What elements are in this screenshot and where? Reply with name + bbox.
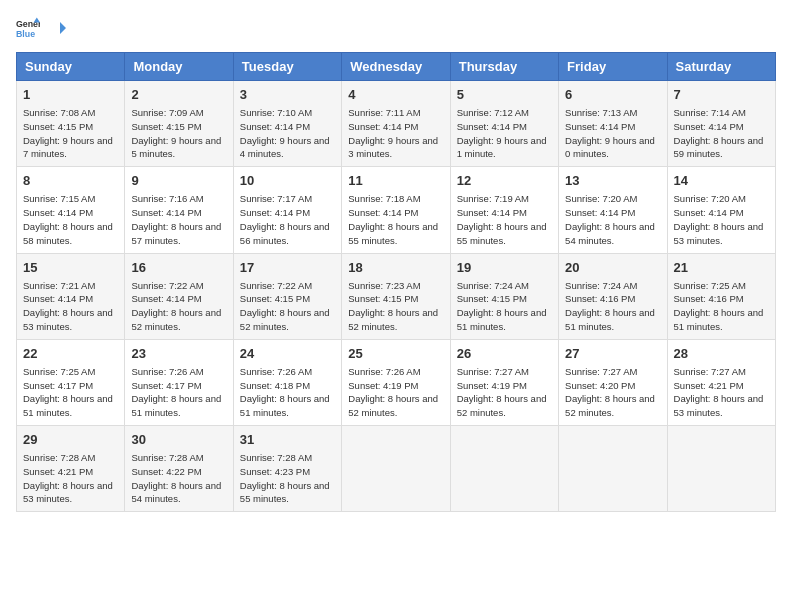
calendar-cell: 28Sunrise: 7:27 AMSunset: 4:21 PMDayligh… xyxy=(667,339,775,425)
day-info: Sunrise: 7:25 AMSunset: 4:16 PMDaylight:… xyxy=(674,279,769,334)
day-number: 5 xyxy=(457,86,552,104)
week-row-3: 15Sunrise: 7:21 AMSunset: 4:14 PMDayligh… xyxy=(17,253,776,339)
calendar-cell: 17Sunrise: 7:22 AMSunset: 4:15 PMDayligh… xyxy=(233,253,341,339)
day-number: 1 xyxy=(23,86,118,104)
day-info: Sunrise: 7:11 AMSunset: 4:14 PMDaylight:… xyxy=(348,106,443,161)
day-info: Sunrise: 7:10 AMSunset: 4:14 PMDaylight:… xyxy=(240,106,335,161)
day-number: 20 xyxy=(565,259,660,277)
calendar-cell: 29Sunrise: 7:28 AMSunset: 4:21 PMDayligh… xyxy=(17,426,125,512)
svg-text:Blue: Blue xyxy=(16,29,35,39)
calendar-cell: 19Sunrise: 7:24 AMSunset: 4:15 PMDayligh… xyxy=(450,253,558,339)
calendar-cell: 27Sunrise: 7:27 AMSunset: 4:20 PMDayligh… xyxy=(559,339,667,425)
day-info: Sunrise: 7:14 AMSunset: 4:14 PMDaylight:… xyxy=(674,106,769,161)
day-info: Sunrise: 7:23 AMSunset: 4:15 PMDaylight:… xyxy=(348,279,443,334)
day-number: 11 xyxy=(348,172,443,190)
calendar-cell: 15Sunrise: 7:21 AMSunset: 4:14 PMDayligh… xyxy=(17,253,125,339)
day-info: Sunrise: 7:09 AMSunset: 4:15 PMDaylight:… xyxy=(131,106,226,161)
calendar-cell: 1Sunrise: 7:08 AMSunset: 4:15 PMDaylight… xyxy=(17,81,125,167)
column-header-tuesday: Tuesday xyxy=(233,53,341,81)
day-info: Sunrise: 7:28 AMSunset: 4:22 PMDaylight:… xyxy=(131,451,226,506)
calendar-cell: 30Sunrise: 7:28 AMSunset: 4:22 PMDayligh… xyxy=(125,426,233,512)
header: General Blue xyxy=(16,16,776,40)
day-number: 23 xyxy=(131,345,226,363)
day-number: 17 xyxy=(240,259,335,277)
day-number: 22 xyxy=(23,345,118,363)
calendar-cell xyxy=(450,426,558,512)
day-number: 7 xyxy=(674,86,769,104)
calendar-cell: 22Sunrise: 7:25 AMSunset: 4:17 PMDayligh… xyxy=(17,339,125,425)
column-header-saturday: Saturday xyxy=(667,53,775,81)
day-number: 27 xyxy=(565,345,660,363)
day-info: Sunrise: 7:27 AMSunset: 4:20 PMDaylight:… xyxy=(565,365,660,420)
column-header-friday: Friday xyxy=(559,53,667,81)
calendar-cell xyxy=(667,426,775,512)
day-info: Sunrise: 7:12 AMSunset: 4:14 PMDaylight:… xyxy=(457,106,552,161)
day-info: Sunrise: 7:13 AMSunset: 4:14 PMDaylight:… xyxy=(565,106,660,161)
logo-arrow-icon xyxy=(46,18,66,38)
day-number: 30 xyxy=(131,431,226,449)
column-header-wednesday: Wednesday xyxy=(342,53,450,81)
column-header-monday: Monday xyxy=(125,53,233,81)
day-info: Sunrise: 7:15 AMSunset: 4:14 PMDaylight:… xyxy=(23,192,118,247)
day-info: Sunrise: 7:24 AMSunset: 4:16 PMDaylight:… xyxy=(565,279,660,334)
day-info: Sunrise: 7:28 AMSunset: 4:21 PMDaylight:… xyxy=(23,451,118,506)
calendar-cell: 18Sunrise: 7:23 AMSunset: 4:15 PMDayligh… xyxy=(342,253,450,339)
week-row-2: 8Sunrise: 7:15 AMSunset: 4:14 PMDaylight… xyxy=(17,167,776,253)
day-info: Sunrise: 7:28 AMSunset: 4:23 PMDaylight:… xyxy=(240,451,335,506)
calendar-cell: 16Sunrise: 7:22 AMSunset: 4:14 PMDayligh… xyxy=(125,253,233,339)
calendar-cell: 21Sunrise: 7:25 AMSunset: 4:16 PMDayligh… xyxy=(667,253,775,339)
day-info: Sunrise: 7:20 AMSunset: 4:14 PMDaylight:… xyxy=(674,192,769,247)
day-number: 31 xyxy=(240,431,335,449)
calendar-cell: 4Sunrise: 7:11 AMSunset: 4:14 PMDaylight… xyxy=(342,81,450,167)
day-info: Sunrise: 7:27 AMSunset: 4:19 PMDaylight:… xyxy=(457,365,552,420)
day-number: 8 xyxy=(23,172,118,190)
day-number: 4 xyxy=(348,86,443,104)
calendar-cell: 26Sunrise: 7:27 AMSunset: 4:19 PMDayligh… xyxy=(450,339,558,425)
calendar-cell: 31Sunrise: 7:28 AMSunset: 4:23 PMDayligh… xyxy=(233,426,341,512)
day-info: Sunrise: 7:22 AMSunset: 4:14 PMDaylight:… xyxy=(131,279,226,334)
calendar-cell xyxy=(342,426,450,512)
day-number: 26 xyxy=(457,345,552,363)
day-number: 18 xyxy=(348,259,443,277)
logo: General Blue xyxy=(16,16,66,40)
header-row: SundayMondayTuesdayWednesdayThursdayFrid… xyxy=(17,53,776,81)
calendar-cell: 24Sunrise: 7:26 AMSunset: 4:18 PMDayligh… xyxy=(233,339,341,425)
calendar-cell: 25Sunrise: 7:26 AMSunset: 4:19 PMDayligh… xyxy=(342,339,450,425)
calendar-cell: 12Sunrise: 7:19 AMSunset: 4:14 PMDayligh… xyxy=(450,167,558,253)
day-number: 28 xyxy=(674,345,769,363)
day-info: Sunrise: 7:25 AMSunset: 4:17 PMDaylight:… xyxy=(23,365,118,420)
week-row-5: 29Sunrise: 7:28 AMSunset: 4:21 PMDayligh… xyxy=(17,426,776,512)
day-info: Sunrise: 7:18 AMSunset: 4:14 PMDaylight:… xyxy=(348,192,443,247)
day-number: 13 xyxy=(565,172,660,190)
day-info: Sunrise: 7:24 AMSunset: 4:15 PMDaylight:… xyxy=(457,279,552,334)
day-number: 24 xyxy=(240,345,335,363)
day-number: 19 xyxy=(457,259,552,277)
day-info: Sunrise: 7:26 AMSunset: 4:19 PMDaylight:… xyxy=(348,365,443,420)
calendar-table: SundayMondayTuesdayWednesdayThursdayFrid… xyxy=(16,52,776,512)
day-number: 21 xyxy=(674,259,769,277)
day-number: 14 xyxy=(674,172,769,190)
calendar-cell: 20Sunrise: 7:24 AMSunset: 4:16 PMDayligh… xyxy=(559,253,667,339)
day-number: 6 xyxy=(565,86,660,104)
day-number: 29 xyxy=(23,431,118,449)
calendar-cell: 10Sunrise: 7:17 AMSunset: 4:14 PMDayligh… xyxy=(233,167,341,253)
svg-marker-3 xyxy=(50,22,66,34)
day-info: Sunrise: 7:19 AMSunset: 4:14 PMDaylight:… xyxy=(457,192,552,247)
calendar-cell: 13Sunrise: 7:20 AMSunset: 4:14 PMDayligh… xyxy=(559,167,667,253)
calendar-cell: 5Sunrise: 7:12 AMSunset: 4:14 PMDaylight… xyxy=(450,81,558,167)
week-row-4: 22Sunrise: 7:25 AMSunset: 4:17 PMDayligh… xyxy=(17,339,776,425)
day-number: 3 xyxy=(240,86,335,104)
calendar-cell: 2Sunrise: 7:09 AMSunset: 4:15 PMDaylight… xyxy=(125,81,233,167)
day-info: Sunrise: 7:26 AMSunset: 4:17 PMDaylight:… xyxy=(131,365,226,420)
calendar-cell xyxy=(559,426,667,512)
calendar-cell: 8Sunrise: 7:15 AMSunset: 4:14 PMDaylight… xyxy=(17,167,125,253)
day-info: Sunrise: 7:08 AMSunset: 4:15 PMDaylight:… xyxy=(23,106,118,161)
calendar-cell: 3Sunrise: 7:10 AMSunset: 4:14 PMDaylight… xyxy=(233,81,341,167)
day-info: Sunrise: 7:16 AMSunset: 4:14 PMDaylight:… xyxy=(131,192,226,247)
calendar-cell: 14Sunrise: 7:20 AMSunset: 4:14 PMDayligh… xyxy=(667,167,775,253)
logo-icon: General Blue xyxy=(16,16,40,40)
calendar-cell: 7Sunrise: 7:14 AMSunset: 4:14 PMDaylight… xyxy=(667,81,775,167)
day-info: Sunrise: 7:21 AMSunset: 4:14 PMDaylight:… xyxy=(23,279,118,334)
day-info: Sunrise: 7:27 AMSunset: 4:21 PMDaylight:… xyxy=(674,365,769,420)
day-info: Sunrise: 7:20 AMSunset: 4:14 PMDaylight:… xyxy=(565,192,660,247)
